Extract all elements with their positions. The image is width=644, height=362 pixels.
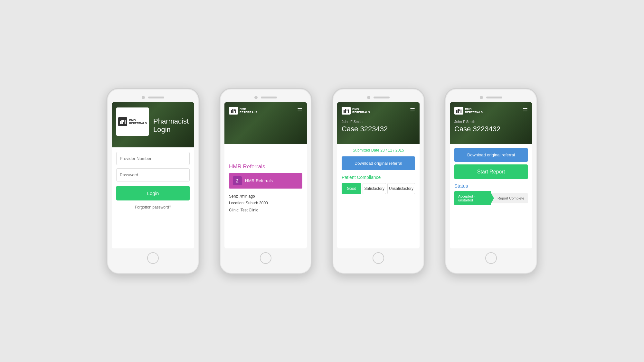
login-body: Login Forgotton password? bbox=[112, 147, 194, 214]
svg-rect-3 bbox=[231, 110, 232, 113]
workflow-info: Sent: 7min ago Location: Suburb 3000 Cli… bbox=[229, 193, 302, 214]
phone-top-bar-2 bbox=[224, 96, 307, 99]
case-logo-box bbox=[342, 107, 351, 115]
forgot-password-link[interactable]: Forgotton password? bbox=[116, 205, 190, 209]
phone-home-btn-1[interactable] bbox=[147, 252, 159, 264]
status-hamburger-icon[interactable]: ☰ bbox=[523, 107, 528, 114]
phone-speaker-3 bbox=[374, 97, 390, 98]
phone-case: HMRREFERRALS John F Smith Case 3223432 ☰… bbox=[332, 88, 425, 274]
status-body: Download original referral Start Report … bbox=[450, 144, 532, 209]
status-header: HMRREFERRALS John F Smith Case 3223432 ☰ bbox=[450, 102, 532, 144]
svg-rect-5 bbox=[235, 109, 236, 113]
compliance-unsatisfactory-btn[interactable]: Unsatisfactory bbox=[387, 183, 415, 194]
workflow-section-title: HMR Referrals bbox=[229, 163, 302, 170]
workflow-referral-label: HMR Referrals bbox=[245, 178, 273, 183]
workflow-logo-text: HMRREFERRALS bbox=[240, 107, 257, 114]
page: HMRREFERRALS Pharmacist Login Login Forg… bbox=[0, 0, 644, 362]
password-input[interactable] bbox=[116, 168, 190, 181]
status-screen: HMRREFERRALS John F Smith Case 3223432 ☰… bbox=[450, 102, 532, 248]
phone-speaker-4 bbox=[486, 97, 502, 98]
svg-rect-10 bbox=[458, 109, 459, 113]
workflow-location-label: Location: bbox=[229, 201, 245, 205]
phone-speaker-1 bbox=[148, 97, 164, 98]
workflow-screen: HMRREFERRALS ☰ HMR Workflow HMR Referral… bbox=[224, 102, 307, 248]
phone-camera-2 bbox=[254, 96, 258, 99]
case-patient-name: John F Smith bbox=[342, 120, 410, 124]
status-step-active: Accepted - unstarted bbox=[454, 191, 491, 205]
workflow-location: Location: Suburb 3000 bbox=[229, 200, 302, 207]
workflow-logo-box bbox=[229, 107, 238, 115]
workflow-badge: 2 bbox=[233, 176, 242, 185]
phone-top-bar-3 bbox=[337, 96, 420, 99]
workflow-location-value: Suburb 3000 bbox=[246, 201, 268, 205]
status-patient-name: John F Smith bbox=[454, 120, 523, 124]
phone-home-btn-2[interactable] bbox=[260, 252, 271, 264]
workflow-header: HMRREFERRALS ☰ bbox=[224, 102, 307, 144]
workflow-title: HMR Workflow bbox=[224, 144, 307, 160]
login-logo-icon bbox=[118, 117, 127, 126]
status-step-inactive: Report Complete bbox=[491, 193, 528, 203]
hmr-icon-3 bbox=[343, 108, 349, 114]
compliance-buttons: Good Satisfactory Unsatisfactory bbox=[342, 183, 415, 194]
svg-rect-9 bbox=[456, 110, 458, 113]
submitted-date: Submitted Date 23 / 11 / 2015 bbox=[342, 148, 415, 153]
status-label: Status bbox=[454, 183, 528, 189]
status-logo-text: HMRREFERRALS bbox=[465, 107, 483, 114]
svg-rect-2 bbox=[125, 120, 126, 124]
workflow-sent-label: Sent: bbox=[229, 194, 238, 199]
phone-home-btn-3[interactable] bbox=[373, 252, 384, 264]
provider-number-input[interactable] bbox=[116, 152, 190, 165]
hmr-icon-1 bbox=[119, 118, 126, 125]
download-referral-button-4[interactable]: Download original referral bbox=[454, 148, 528, 162]
case-logo-text: HMRREFERRALS bbox=[352, 107, 370, 114]
workflow-sent: Sent: 7min ago bbox=[229, 193, 302, 200]
compliance-satisfactory-btn[interactable]: Satisfactory bbox=[363, 183, 386, 194]
login-screen: HMRREFERRALS Pharmacist Login Login Forg… bbox=[112, 102, 194, 248]
case-logo: HMRREFERRALS bbox=[342, 107, 410, 115]
login-button[interactable]: Login bbox=[116, 186, 190, 200]
svg-rect-11 bbox=[460, 109, 461, 113]
phone-camera-3 bbox=[367, 96, 370, 99]
phone-workflow: HMRREFERRALS ☰ HMR Workflow HMR Referral… bbox=[219, 88, 312, 274]
workflow-logo: HMRREFERRALS bbox=[229, 107, 257, 115]
download-referral-button-3[interactable]: Download original referral bbox=[342, 156, 415, 170]
compliance-good-btn[interactable]: Good bbox=[342, 183, 361, 194]
case-header: HMRREFERRALS John F Smith Case 3223432 ☰ bbox=[337, 102, 420, 144]
workflow-clinic: Clinic: Test Clinic bbox=[229, 207, 302, 214]
status-track: Accepted - unstarted Report Complete bbox=[454, 191, 528, 205]
hamburger-menu-icon[interactable]: ☰ bbox=[297, 107, 302, 114]
hmr-icon-2 bbox=[231, 108, 236, 114]
svg-rect-1 bbox=[121, 120, 123, 124]
workflow-clinic-label: Clinic: bbox=[229, 208, 240, 212]
patient-compliance-title: Patient Compliance bbox=[342, 175, 415, 180]
svg-rect-4 bbox=[232, 109, 233, 113]
phone-login: HMRREFERRALS Pharmacist Login Login Forg… bbox=[106, 88, 200, 274]
start-report-button[interactable]: Start Report bbox=[454, 164, 528, 179]
case-header-content: HMRREFERRALS John F Smith Case 3223432 bbox=[342, 107, 410, 133]
login-logo: HMRREFERRALS bbox=[116, 107, 149, 136]
status-logo-box bbox=[454, 107, 463, 115]
phone-top-bar-4 bbox=[450, 96, 532, 99]
phone-top-bar-1 bbox=[112, 96, 194, 99]
workflow-body: HMR Referrals 2 HMR Referrals Sent: 7min… bbox=[224, 160, 307, 217]
workflow-clinic-value: Test Clinic bbox=[241, 208, 258, 212]
phone-speaker-2 bbox=[261, 97, 277, 98]
workflow-sent-value: 7min ago bbox=[239, 194, 255, 199]
case-title: Case 3223432 bbox=[342, 125, 410, 133]
login-header-bg: HMRREFERRALS Pharmacist Login bbox=[112, 102, 194, 147]
case-hamburger-icon[interactable]: ☰ bbox=[410, 107, 415, 114]
svg-rect-8 bbox=[348, 109, 349, 113]
phone-camera-1 bbox=[142, 96, 145, 99]
case-screen: HMRREFERRALS John F Smith Case 3223432 ☰… bbox=[337, 102, 420, 248]
svg-rect-0 bbox=[120, 121, 121, 124]
phone-status: HMRREFERRALS John F Smith Case 3223432 ☰… bbox=[444, 88, 538, 274]
status-case-title: Case 3223432 bbox=[454, 125, 523, 133]
svg-rect-6 bbox=[344, 110, 345, 113]
case-body: Submitted Date 23 / 11 / 2015 Download o… bbox=[337, 144, 420, 198]
status-header-content: HMRREFERRALS John F Smith Case 3223432 bbox=[454, 107, 523, 133]
workflow-referral-row[interactable]: 2 HMR Referrals bbox=[229, 173, 302, 189]
login-title: Pharmacist Login bbox=[149, 107, 193, 141]
hmr-icon-4 bbox=[456, 108, 462, 114]
phone-camera-4 bbox=[480, 96, 483, 99]
phone-home-btn-4[interactable] bbox=[485, 252, 497, 264]
